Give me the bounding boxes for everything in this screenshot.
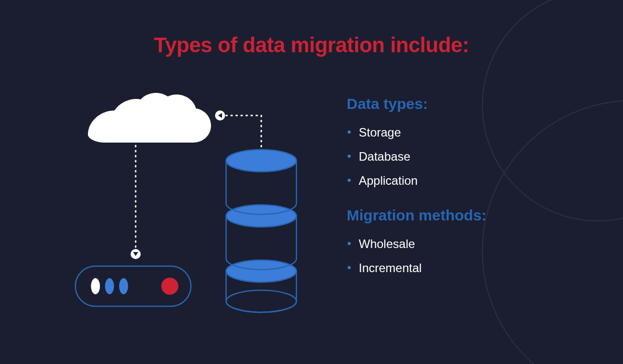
database-stack-icon [226,150,296,312]
arrow-left-icon [215,110,261,147]
svg-point-2 [131,249,141,259]
page-title: Types of data migration include: [0,33,623,57]
svg-point-14 [226,150,296,172]
list-item: Incremental [347,256,568,280]
svg-point-15 [215,110,225,120]
server-icon [75,266,191,306]
list-item: Storage [347,120,568,145]
list-item: Wholesale [347,232,568,256]
svg-point-9 [226,260,296,282]
svg-point-11 [226,205,296,227]
cloud-icon [88,93,211,143]
svg-point-7 [161,278,178,295]
data-types-list: Storage Database Application [347,120,568,193]
migration-diagram [60,85,312,336]
list-item: Database [347,145,568,169]
section-title-data-types: Data types: [347,95,568,112]
svg-point-13 [226,150,296,172]
svg-point-4 [91,278,100,294]
arrow-down-icon [131,146,141,259]
text-panel: Data types: Storage Database Application… [347,95,568,294]
svg-point-6 [119,278,128,294]
svg-point-12 [226,205,296,227]
svg-rect-3 [75,266,191,306]
migration-methods-list: Wholesale Incremental [347,232,568,280]
svg-point-10 [226,260,296,282]
list-item: Application [347,169,568,193]
svg-point-5 [105,278,114,294]
section-title-migration-methods: Migration methods: [347,207,568,224]
svg-point-8 [226,290,296,312]
